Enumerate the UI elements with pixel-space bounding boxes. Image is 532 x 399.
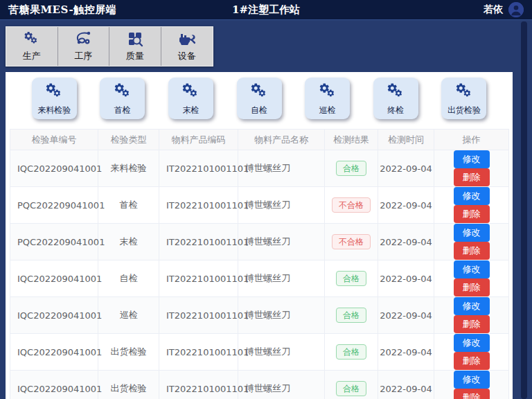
page-scrollbar[interactable] bbox=[521, 21, 527, 399]
inspection-button-5[interactable]: 终检 bbox=[373, 78, 418, 119]
tab-label: 质量 bbox=[126, 50, 144, 62]
cell-result: 合格 bbox=[325, 371, 378, 399]
cell-inspection-id: IQC202209041001 bbox=[10, 371, 98, 399]
user-avatar-icon[interactable] bbox=[508, 2, 524, 17]
gears-icon bbox=[23, 30, 41, 47]
cell-result: 不合格 bbox=[325, 187, 378, 224]
column-header: 物料产品编码 bbox=[159, 130, 238, 150]
tab-label: 生产 bbox=[23, 50, 41, 62]
cell-actions: 修改删除 bbox=[434, 371, 509, 399]
cell-inspection-id: PQC202209041001 bbox=[10, 187, 98, 224]
delete-button[interactable]: 删除 bbox=[454, 205, 490, 223]
cell-inspection-type: 来料检验 bbox=[98, 150, 159, 187]
inspection-table-wrap: 检验单编号检验类型物料产品编码物料产品名称检测结果检测时间操作 IQC20220… bbox=[10, 129, 508, 399]
double-gear-icon bbox=[181, 82, 200, 105]
cell-inspection-type: 出货检验 bbox=[98, 334, 159, 371]
cell-date: 2022-09-04 bbox=[378, 371, 434, 399]
username: 若依 bbox=[484, 3, 503, 16]
inspection-button-label: 终检 bbox=[387, 105, 404, 116]
edit-button[interactable]: 修改 bbox=[454, 297, 490, 315]
cell-date: 2022-09-04 bbox=[378, 260, 434, 297]
delete-button[interactable]: 删除 bbox=[454, 315, 490, 333]
cell-material-code: IT2022101001101 bbox=[159, 224, 238, 260]
edit-button[interactable]: 修改 bbox=[454, 260, 490, 278]
cell-material-code: IT2022101001101 bbox=[159, 187, 238, 224]
user-area[interactable]: 若依 bbox=[484, 2, 524, 17]
pass-badge: 合格 bbox=[336, 381, 366, 396]
cell-actions: 修改删除 bbox=[434, 187, 509, 224]
pass-badge: 合格 bbox=[336, 308, 366, 323]
double-gear-icon bbox=[249, 82, 269, 105]
delete-button[interactable]: 删除 bbox=[454, 278, 490, 296]
cell-actions: 修改删除 bbox=[434, 150, 509, 187]
cell-inspection-id: IQC202209041001 bbox=[10, 260, 98, 297]
double-gear-icon bbox=[44, 82, 64, 105]
edit-button[interactable]: 修改 bbox=[454, 224, 490, 242]
double-gear-icon bbox=[454, 82, 474, 105]
cell-material-code: IT2022101001101 bbox=[159, 150, 238, 187]
cell-date: 2022-09-04 bbox=[378, 297, 434, 334]
tab-process[interactable]: 工序 bbox=[58, 27, 110, 66]
cell-result: 合格 bbox=[325, 260, 378, 297]
cell-inspection-id: PQC202209041001 bbox=[10, 224, 98, 260]
inspection-button-label: 首检 bbox=[114, 105, 131, 116]
tab-label: 工序 bbox=[74, 50, 92, 62]
fail-badge: 不合格 bbox=[332, 197, 371, 213]
delete-button[interactable]: 删除 bbox=[454, 242, 490, 260]
inspection-button-4[interactable]: 巡检 bbox=[305, 78, 350, 119]
inspection-button-0[interactable]: 来料检验 bbox=[32, 78, 77, 119]
delete-button[interactable]: 删除 bbox=[454, 389, 490, 399]
cell-material-code: IT2022101001101 bbox=[159, 334, 238, 371]
tab-equipment[interactable]: 设备 bbox=[161, 27, 213, 66]
cell-date: 2022-09-04 bbox=[378, 224, 434, 260]
table-row: PQC202209041001首检IT2022101001101博世螺丝刀不合格… bbox=[10, 187, 509, 224]
column-header: 检测时间 bbox=[378, 130, 434, 150]
inspection-button-1[interactable]: 首检 bbox=[100, 78, 145, 119]
pass-badge: 合格 bbox=[336, 161, 366, 176]
top-bar: 苦糖果MES-触控屏端 1#注塑工作站 若依 bbox=[0, 0, 532, 20]
cell-inspection-type: 自检 bbox=[98, 260, 159, 297]
inspection-button-6[interactable]: 出货检验 bbox=[441, 78, 486, 119]
process-route-icon bbox=[74, 30, 92, 47]
tab-production[interactable]: 生产 bbox=[6, 27, 58, 66]
column-header: 检验类型 bbox=[98, 130, 159, 150]
tab-label: 设备 bbox=[178, 50, 196, 62]
delete-button[interactable]: 删除 bbox=[454, 352, 490, 370]
cell-material-name: 博世螺丝刀 bbox=[238, 297, 325, 334]
nav-tab-strip: 生产 工序 质量 bbox=[6, 26, 213, 66]
inspection-button-2[interactable]: 末检 bbox=[168, 78, 213, 119]
edit-button[interactable]: 修改 bbox=[454, 334, 490, 352]
inspection-button-row: 来料检验 首检 末检 自检 bbox=[6, 78, 513, 125]
edit-button[interactable]: 修改 bbox=[454, 187, 490, 205]
inspection-button-label: 出货检验 bbox=[447, 105, 481, 116]
cell-material-name: 博世螺丝刀 bbox=[238, 150, 325, 187]
inspection-button-label: 巡检 bbox=[319, 105, 336, 116]
inspection-table: 检验单编号检验类型物料产品编码物料产品名称检测结果检测时间操作 IQC20220… bbox=[10, 129, 509, 399]
cell-material-name: 博世螺丝刀 bbox=[238, 371, 325, 399]
cell-date: 2022-09-04 bbox=[378, 150, 434, 187]
table-row: IQC202209041001来料检验IT2022101001101博世螺丝刀合… bbox=[10, 150, 509, 187]
cell-result: 不合格 bbox=[325, 224, 378, 260]
table-header-row: 检验单编号检验类型物料产品编码物料产品名称检测结果检测时间操作 bbox=[10, 130, 509, 150]
double-gear-icon bbox=[113, 82, 132, 105]
cell-date: 2022-09-04 bbox=[378, 187, 434, 224]
cell-result: 合格 bbox=[325, 297, 378, 334]
edit-button[interactable]: 修改 bbox=[454, 150, 490, 168]
column-header: 物料产品名称 bbox=[238, 130, 325, 150]
cell-material-code: IT2022101001101 bbox=[159, 260, 238, 297]
cell-inspection-type: 出货检验 bbox=[98, 371, 159, 399]
table-row: PQC202209041001末检IT2022101001101博世螺丝刀不合格… bbox=[10, 224, 509, 260]
inspection-button-label: 自检 bbox=[251, 105, 267, 116]
column-header: 检验单编号 bbox=[10, 130, 98, 150]
edit-button[interactable]: 修改 bbox=[454, 371, 490, 389]
delete-button[interactable]: 删除 bbox=[454, 168, 490, 186]
double-gear-icon bbox=[318, 82, 337, 105]
tab-quality[interactable]: 质量 bbox=[109, 27, 161, 66]
fail-badge: 不合格 bbox=[332, 234, 371, 249]
table-row: IQC202209041001出货检验IT2022101001101博世螺丝刀合… bbox=[10, 334, 509, 371]
cell-inspection-type: 末检 bbox=[98, 224, 159, 260]
inspection-button-3[interactable]: 自检 bbox=[237, 78, 282, 119]
table-row: IQC202209041001出货检验IT2022101001101博世螺丝刀合… bbox=[10, 371, 509, 399]
table-row: IQC202209041001巡检IT2022101001101博世螺丝刀合格2… bbox=[10, 297, 509, 334]
cell-material-name: 博世螺丝刀 bbox=[238, 187, 325, 224]
